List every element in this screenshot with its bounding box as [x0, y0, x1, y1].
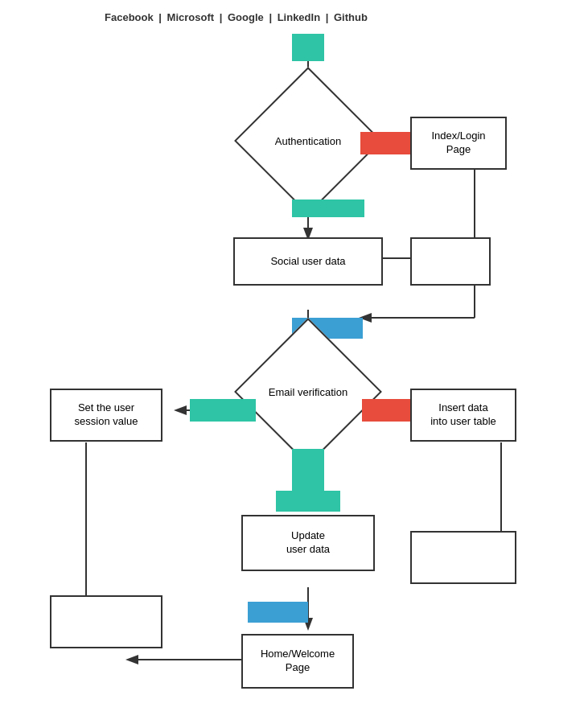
authentication-diamond: Authentication — [256, 88, 360, 193]
insert-data-box: Insert data into user table — [410, 389, 516, 442]
bottom-right-box — [410, 531, 516, 584]
header-links: Facebook | Microsoft | Google | LinkedIn… — [105, 11, 368, 23]
auth-fail-connector — [360, 132, 410, 154]
home-welcome-box: Home/Welcome Page — [241, 634, 354, 689]
email-fail-connector — [362, 399, 412, 422]
github-link[interactable]: Github — [334, 11, 368, 23]
auth-yes-connector2 — [292, 200, 364, 217]
email-verification-diamond: Email verification — [256, 339, 360, 444]
index-login-box: Index/Login Page — [410, 117, 507, 170]
flowchart: Facebook | Microsoft | Google | LinkedIn… — [0, 0, 588, 724]
social-user-data-box: Social user data — [233, 237, 383, 286]
google-link[interactable]: Google — [228, 11, 264, 23]
set-session-box: Set the user session value — [50, 389, 162, 442]
email-yes-left-connector — [190, 399, 256, 422]
start-block — [292, 34, 324, 61]
email-yes-down-connector2 — [292, 449, 324, 497]
facebook-link[interactable]: Facebook — [105, 11, 154, 23]
update-user-data-box: Update user data — [241, 515, 375, 571]
bottom-left-box — [50, 595, 162, 648]
update-to-home-connector — [248, 602, 308, 623]
linkedin-link[interactable]: LinkedIn — [278, 11, 320, 23]
microsoft-link[interactable]: Microsoft — [167, 11, 215, 23]
db-check-box — [410, 237, 491, 286]
